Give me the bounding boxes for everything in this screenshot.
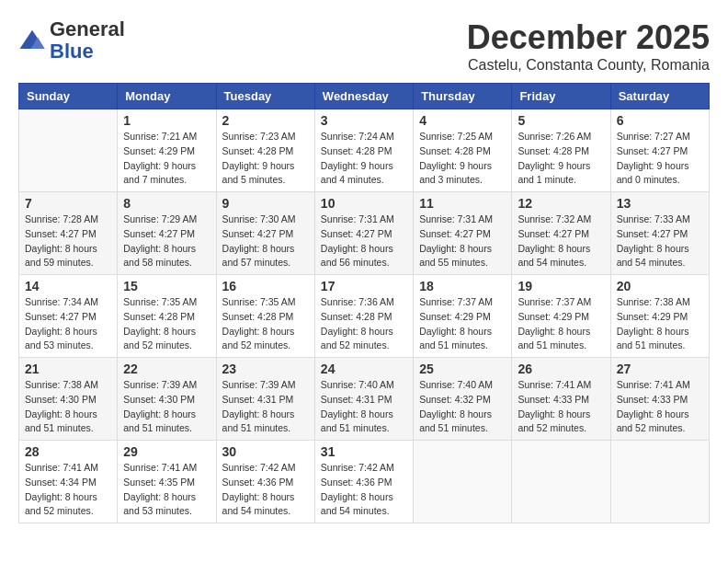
calendar-cell: 31Sunrise: 7:42 AMSunset: 4:36 PMDayligh…	[314, 441, 413, 523]
day-number: 14	[25, 279, 111, 293]
day-info: Sunrise: 7:39 AMSunset: 4:30 PMDaylight:…	[123, 378, 210, 436]
day-info: Sunrise: 7:41 AMSunset: 4:35 PMDaylight:…	[123, 461, 210, 519]
day-number: 11	[419, 196, 506, 211]
calendar-week-row: 28Sunrise: 7:41 AMSunset: 4:34 PMDayligh…	[19, 441, 710, 523]
day-info: Sunrise: 7:21 AMSunset: 4:29 PMDaylight:…	[123, 130, 210, 188]
calendar-cell: 23Sunrise: 7:39 AMSunset: 4:31 PMDayligh…	[216, 358, 314, 441]
day-info: Sunrise: 7:38 AMSunset: 4:29 PMDaylight:…	[617, 295, 703, 353]
day-number: 23	[222, 362, 309, 376]
calendar-week-row: 21Sunrise: 7:38 AMSunset: 4:30 PMDayligh…	[19, 358, 710, 441]
calendar-header-wednesday: Wednesday	[314, 84, 413, 109]
day-info: Sunrise: 7:31 AMSunset: 4:27 PMDaylight:…	[321, 213, 407, 270]
calendar-header-friday: Friday	[512, 84, 610, 109]
day-info: Sunrise: 7:23 AMSunset: 4:28 PMDaylight:…	[222, 130, 309, 188]
calendar-cell: 3Sunrise: 7:24 AMSunset: 4:28 PMDaylight…	[314, 109, 413, 192]
day-number: 7	[25, 196, 111, 211]
calendar-cell: 20Sunrise: 7:38 AMSunset: 4:29 PMDayligh…	[610, 275, 709, 358]
month-title: December 2025	[467, 18, 710, 57]
day-info: Sunrise: 7:35 AMSunset: 4:28 PMDaylight:…	[222, 295, 309, 353]
calendar-cell: 15Sunrise: 7:35 AMSunset: 4:28 PMDayligh…	[118, 275, 216, 358]
logo-blue-text: Blue	[50, 40, 125, 63]
location: Castelu, Constanta County, Romania	[467, 57, 710, 74]
day-info: Sunrise: 7:32 AMSunset: 4:27 PMDaylight:…	[518, 213, 604, 270]
calendar-header-tuesday: Tuesday	[216, 84, 314, 109]
calendar-header-thursday: Thursday	[414, 84, 512, 109]
day-number: 6	[617, 113, 703, 128]
calendar: SundayMondayTuesdayWednesdayThursdayFrid…	[18, 83, 710, 523]
calendar-cell	[610, 441, 709, 523]
calendar-cell	[19, 109, 118, 192]
calendar-cell: 10Sunrise: 7:31 AMSunset: 4:27 PMDayligh…	[314, 192, 413, 275]
calendar-cell: 4Sunrise: 7:25 AMSunset: 4:28 PMDaylight…	[414, 109, 512, 192]
calendar-cell: 24Sunrise: 7:40 AMSunset: 4:31 PMDayligh…	[314, 358, 413, 441]
calendar-cell: 1Sunrise: 7:21 AMSunset: 4:29 PMDaylight…	[118, 109, 216, 192]
day-info: Sunrise: 7:27 AMSunset: 4:27 PMDaylight:…	[617, 130, 703, 188]
day-info: Sunrise: 7:42 AMSunset: 4:36 PMDaylight:…	[222, 461, 309, 519]
day-info: Sunrise: 7:28 AMSunset: 4:27 PMDaylight:…	[25, 213, 111, 270]
calendar-header-row: SundayMondayTuesdayWednesdayThursdayFrid…	[19, 84, 710, 109]
day-info: Sunrise: 7:33 AMSunset: 4:27 PMDaylight:…	[617, 213, 703, 270]
calendar-cell: 26Sunrise: 7:41 AMSunset: 4:33 PMDayligh…	[512, 358, 610, 441]
calendar-cell: 19Sunrise: 7:37 AMSunset: 4:29 PMDayligh…	[512, 275, 610, 358]
day-number: 1	[123, 113, 210, 128]
day-info: Sunrise: 7:40 AMSunset: 4:32 PMDaylight:…	[419, 378, 506, 436]
day-info: Sunrise: 7:42 AMSunset: 4:36 PMDaylight:…	[321, 461, 407, 519]
day-number: 18	[419, 279, 506, 293]
day-info: Sunrise: 7:31 AMSunset: 4:27 PMDaylight:…	[419, 213, 506, 270]
day-number: 3	[321, 113, 407, 128]
day-number: 31	[321, 444, 407, 459]
header: General Blue December 2025 Castelu, Cons…	[18, 18, 710, 74]
calendar-cell: 13Sunrise: 7:33 AMSunset: 4:27 PMDayligh…	[610, 192, 709, 275]
calendar-cell: 7Sunrise: 7:28 AMSunset: 4:27 PMDaylight…	[19, 192, 118, 275]
title-section: December 2025 Castelu, Constanta County,…	[467, 18, 710, 74]
calendar-cell	[512, 441, 610, 523]
calendar-cell: 22Sunrise: 7:39 AMSunset: 4:30 PMDayligh…	[118, 358, 216, 441]
calendar-cell: 9Sunrise: 7:30 AMSunset: 4:27 PMDaylight…	[216, 192, 314, 275]
day-number: 25	[419, 362, 506, 376]
day-number: 20	[617, 279, 703, 293]
day-number: 4	[419, 113, 506, 128]
logo-general-text: General	[50, 18, 125, 40]
day-info: Sunrise: 7:41 AMSunset: 4:33 PMDaylight:…	[617, 378, 703, 436]
calendar-cell: 17Sunrise: 7:36 AMSunset: 4:28 PMDayligh…	[314, 275, 413, 358]
day-info: Sunrise: 7:39 AMSunset: 4:31 PMDaylight:…	[222, 378, 309, 436]
day-number: 22	[123, 362, 210, 376]
calendar-header-monday: Monday	[118, 84, 216, 109]
calendar-cell: 6Sunrise: 7:27 AMSunset: 4:27 PMDaylight…	[610, 109, 709, 192]
calendar-cell: 28Sunrise: 7:41 AMSunset: 4:34 PMDayligh…	[19, 441, 118, 523]
day-info: Sunrise: 7:37 AMSunset: 4:29 PMDaylight:…	[419, 295, 506, 353]
calendar-cell: 11Sunrise: 7:31 AMSunset: 4:27 PMDayligh…	[414, 192, 512, 275]
day-number: 28	[25, 444, 111, 459]
day-number: 12	[518, 196, 604, 211]
day-info: Sunrise: 7:36 AMSunset: 4:28 PMDaylight:…	[321, 295, 407, 353]
calendar-cell: 16Sunrise: 7:35 AMSunset: 4:28 PMDayligh…	[216, 275, 314, 358]
day-info: Sunrise: 7:29 AMSunset: 4:27 PMDaylight:…	[123, 213, 210, 270]
day-number: 15	[123, 279, 210, 293]
logo-icon	[18, 27, 46, 54]
day-info: Sunrise: 7:26 AMSunset: 4:28 PMDaylight:…	[518, 130, 604, 188]
day-info: Sunrise: 7:30 AMSunset: 4:27 PMDaylight:…	[222, 213, 309, 270]
day-number: 27	[617, 362, 703, 376]
calendar-cell: 8Sunrise: 7:29 AMSunset: 4:27 PMDaylight…	[118, 192, 216, 275]
day-number: 8	[123, 196, 210, 211]
calendar-week-row: 1Sunrise: 7:21 AMSunset: 4:29 PMDaylight…	[19, 109, 710, 192]
day-number: 30	[222, 444, 309, 459]
calendar-header-saturday: Saturday	[610, 84, 709, 109]
day-number: 24	[321, 362, 407, 376]
calendar-cell: 30Sunrise: 7:42 AMSunset: 4:36 PMDayligh…	[216, 441, 314, 523]
calendar-cell: 14Sunrise: 7:34 AMSunset: 4:27 PMDayligh…	[19, 275, 118, 358]
day-number: 26	[518, 362, 604, 376]
day-info: Sunrise: 7:35 AMSunset: 4:28 PMDaylight:…	[123, 295, 210, 353]
day-number: 13	[617, 196, 703, 211]
logo: General Blue	[18, 18, 125, 63]
day-info: Sunrise: 7:38 AMSunset: 4:30 PMDaylight:…	[25, 378, 111, 436]
day-info: Sunrise: 7:25 AMSunset: 4:28 PMDaylight:…	[419, 130, 506, 188]
day-number: 5	[518, 113, 604, 128]
calendar-cell: 29Sunrise: 7:41 AMSunset: 4:35 PMDayligh…	[118, 441, 216, 523]
day-number: 10	[321, 196, 407, 211]
day-info: Sunrise: 7:24 AMSunset: 4:28 PMDaylight:…	[321, 130, 407, 188]
day-number: 16	[222, 279, 309, 293]
day-info: Sunrise: 7:40 AMSunset: 4:31 PMDaylight:…	[321, 378, 407, 436]
day-info: Sunrise: 7:34 AMSunset: 4:27 PMDaylight:…	[25, 295, 111, 353]
calendar-cell	[414, 441, 512, 523]
